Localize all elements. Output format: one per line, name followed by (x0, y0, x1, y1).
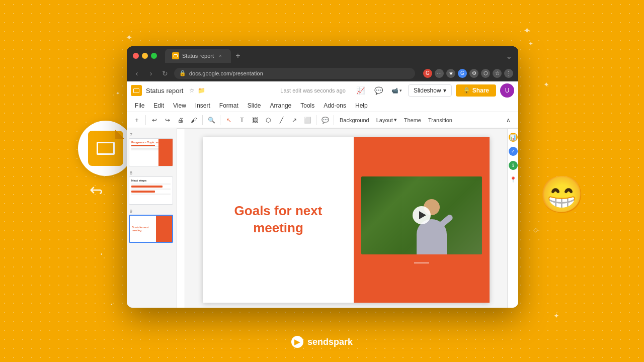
ext-icon-1[interactable]: ⋯ (435, 69, 444, 78)
more-options[interactable]: ⋮ (504, 69, 513, 78)
comment-btn[interactable]: 💬 (319, 114, 331, 126)
slide8-content: Next steps (129, 177, 173, 197)
doc-title-icons: ☆ 📁 (189, 87, 205, 94)
address-bar[interactable]: 🔒 docs.google.com/presentation (174, 68, 415, 79)
last-edit-text: Last edit was seconds ago (280, 87, 346, 94)
sendspark-name: sendspark (307, 337, 353, 347)
lock-share-icon: 🔒 (463, 87, 470, 94)
play-button[interactable] (413, 206, 431, 224)
right-panel-icon-4[interactable]: 📍 (509, 175, 518, 184)
chart-icon[interactable]: 📈 (354, 83, 368, 98)
menu-edit[interactable]: Edit (149, 101, 168, 110)
right-side-panel: 📊 ✓ ℹ 📍 (507, 129, 518, 308)
line-btn[interactable]: ╱ (275, 114, 287, 126)
app-toolbar: Status report ☆ 📁 Last edit was seconds … (127, 81, 518, 128)
menu-format[interactable]: Format (215, 101, 243, 110)
box-btn[interactable]: ⬜ (301, 114, 313, 126)
tab-favicon-inner (174, 54, 178, 57)
maximize-button[interactable] (151, 53, 157, 59)
ext-icon-4[interactable]: ⚙ (469, 69, 478, 78)
menu-view[interactable]: View (169, 101, 190, 110)
sparkle-icon: ✦ (528, 40, 533, 47)
play-triangle-icon (419, 211, 426, 219)
ext-icon-5[interactable]: ⬡ (481, 69, 490, 78)
ext-icon-2[interactable]: ★ (446, 69, 455, 78)
browser-toolbar-icons: G ⋯ ★ G ⚙ ⬡ ☆ ⋮ (423, 69, 513, 78)
video-container[interactable] (361, 176, 482, 254)
browser-dropdown[interactable]: ⌄ (506, 51, 512, 61)
new-tab-button[interactable]: + (233, 51, 243, 61)
slideshow-button[interactable]: Slideshow ▾ (408, 84, 452, 97)
ext-icon-3[interactable]: G (458, 69, 467, 78)
right-panel-icon-1[interactable]: 📊 (509, 133, 518, 142)
collapse-btn[interactable]: ∧ (502, 114, 514, 126)
share-button[interactable]: 🔒 Share (456, 84, 496, 97)
workspace: 7 Progress - Topic area 2 (127, 128, 518, 308)
slide9-left: Goals for next meeting (130, 216, 156, 242)
slides-decorative-icon-bg (78, 121, 133, 176)
print-btn[interactable]: 🖨 (175, 114, 187, 126)
menu-file[interactable]: File (131, 101, 148, 110)
zoom-btn[interactable]: 🔍 (205, 114, 217, 126)
ext-icon-6[interactable]: ☆ (493, 69, 502, 78)
theme-btn[interactable]: Theme (401, 116, 424, 124)
close-button[interactable] (133, 53, 139, 59)
menu-help[interactable]: Help (351, 101, 372, 110)
transition-btn[interactable]: Transition (425, 116, 455, 124)
canvas-area[interactable]: Goals for next meeting (185, 129, 507, 308)
slide-thumb-8[interactable]: Next steps (129, 176, 173, 205)
user-avatar[interactable]: U (500, 83, 514, 98)
sparkle-icon: ◇ (533, 226, 538, 233)
slide-number-8: 8 (129, 170, 175, 175)
text-btn[interactable]: T (236, 114, 248, 126)
comment-icon[interactable]: 💬 (372, 83, 386, 98)
shape-btn[interactable]: ⬡ (262, 114, 274, 126)
tab-close-button[interactable]: × (217, 52, 224, 59)
image-btn[interactable]: 🖼 (249, 114, 261, 126)
star-icon[interactable]: ☆ (189, 87, 195, 94)
slide-thumb-9[interactable]: Goals for next meeting (129, 215, 173, 243)
sparkle-icon: ✦ (116, 90, 120, 96)
meet-icon[interactable]: 📹▾ (390, 83, 404, 98)
slide-right-panel (354, 137, 490, 303)
slide-canvas: Goals for next meeting (203, 137, 490, 303)
folder-icon[interactable]: 📁 (198, 87, 205, 94)
app-toolbar-top: Status report ☆ 📁 Last edit was seconds … (127, 81, 518, 100)
layout-btn[interactable]: Layout ▾ (373, 116, 400, 124)
separator (334, 115, 334, 125)
cursor-btn[interactable]: ↖ (223, 114, 235, 126)
arrow-btn[interactable]: ↗ (288, 114, 300, 126)
browser-chrome: Status report × + ⌄ (127, 46, 518, 65)
redo-btn[interactable]: ↪ (162, 114, 174, 126)
grin-emoji: 😁 (539, 173, 585, 216)
share-label: Share (472, 87, 489, 94)
menu-tools[interactable]: Tools (296, 101, 318, 110)
gmail-icon[interactable]: G (423, 69, 432, 78)
refresh-button[interactable]: ↻ (160, 68, 170, 78)
menu-arrange[interactable]: Arrange (266, 101, 296, 110)
background-btn[interactable]: Background (337, 116, 372, 124)
undo-btn[interactable]: ↩ (148, 114, 160, 126)
menu-addons[interactable]: Add-ons (319, 101, 350, 110)
active-tab[interactable]: Status report × (165, 49, 231, 63)
slide9-content: Goals for next meeting (130, 216, 172, 242)
format-paint-btn[interactable]: 🖌 (188, 114, 200, 126)
slide-line-decoration (414, 262, 429, 263)
minimize-button[interactable] (142, 53, 148, 59)
menu-slide[interactable]: Slide (244, 101, 265, 110)
slide-title-text: Goals for next meeting (215, 203, 342, 237)
right-panel-icon-3[interactable]: ℹ (509, 161, 518, 170)
back-button[interactable]: ‹ (132, 68, 142, 78)
sendspark-branding: ▶ sendspark (291, 336, 353, 348)
format-toolbar: + ↩ ↪ 🖨 🖌 🔍 ↖ T 🖼 ⬡ ╱ ↗ ⬜ 💬 (127, 112, 518, 128)
menu-insert[interactable]: Insert (191, 101, 214, 110)
sparkle-icon: ✦ (523, 25, 531, 36)
sparkle-icon: • (111, 302, 113, 307)
zoom-in-btn[interactable]: + (131, 114, 143, 126)
right-panel-icon-2[interactable]: ✓ (509, 147, 518, 156)
s8-line2 (131, 189, 171, 190)
slide-thumb-7[interactable]: Progress - Topic area 2 (129, 138, 173, 166)
sendspark-logo: ▶ (291, 336, 303, 348)
forward-button[interactable]: › (146, 68, 156, 78)
canvas-column: 1 2 3 4 5 6 7 8 9 ∧ (177, 128, 518, 308)
